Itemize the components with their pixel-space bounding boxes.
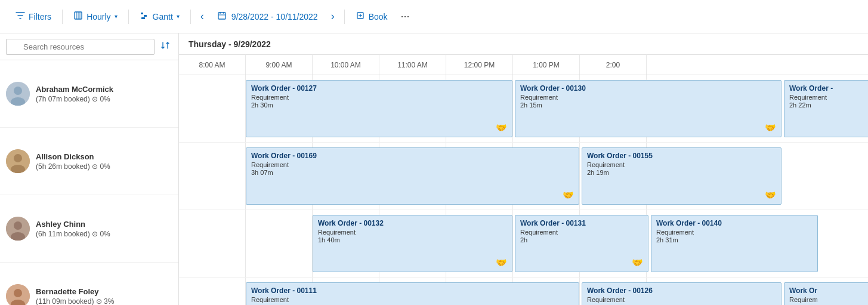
svg-rect-6 <box>141 17 145 19</box>
sort-button[interactable] <box>158 38 172 55</box>
gantt-cell <box>580 210 647 277</box>
gantt-cell <box>246 75 313 142</box>
resource-meta: (7h 07m booked) ⊙ 0% <box>36 95 113 103</box>
wo-sub: Requirem <box>789 296 868 303</box>
wo-title: Work Or <box>789 286 868 295</box>
more-icon: ··· <box>401 10 410 22</box>
wo-duration: 2h 31m <box>656 236 813 244</box>
avatar <box>6 149 30 173</box>
svg-point-17 <box>14 87 22 95</box>
main-area: Abraham McCormick (7h 07m booked) ⊙ 0% A… <box>0 33 868 305</box>
list-item: Allison Dickson (5h 26m booked) ⊙ 0% <box>0 128 178 195</box>
work-order-block[interactable]: Work Or Requirem 3h 31m <box>784 282 868 305</box>
wo-title: Work Order - 00140 <box>656 219 813 227</box>
gantt-cell <box>313 75 379 142</box>
resource-info: Bernadette Foley (11h 09m booked) ⊙ 3% <box>36 287 114 306</box>
work-order-block[interactable]: Work Order - Requirement 2h 22m <box>784 80 868 137</box>
gantt-panel: Thursday - 9/29/2022 8:00 AM 9:00 AM 10:… <box>179 33 868 305</box>
gantt-cell <box>513 210 580 277</box>
resource-panel: Abraham McCormick (7h 07m booked) ⊙ 0% A… <box>0 33 179 305</box>
resource-name: Abraham McCormick <box>36 85 113 94</box>
book-label: Book <box>369 12 388 21</box>
avatar <box>6 82 30 106</box>
svg-point-23 <box>14 221 22 230</box>
time-label-6: 2:00 <box>580 55 647 75</box>
list-item: Ashley Chinn (6h 11m booked) ⊙ 0% <box>0 195 178 263</box>
divider-2 <box>128 10 129 24</box>
divider-4 <box>344 10 345 24</box>
sort-icon <box>160 42 170 52</box>
gantt-cell <box>179 143 246 210</box>
gantt-cell <box>246 143 313 210</box>
hourly-label: Hourly <box>87 12 110 21</box>
date-range-text: 9/28/2022 - 10/11/2022 <box>231 12 318 21</box>
svg-point-20 <box>14 154 22 162</box>
book-icon <box>356 11 365 22</box>
resource-info: Allison Dickson (5h 26m booked) ⊙ 0% <box>36 152 110 171</box>
filters-button[interactable]: Filters <box>10 7 57 26</box>
svg-rect-7 <box>218 13 226 19</box>
resource-meta: (5h 26m booked) ⊙ 0% <box>36 162 110 171</box>
search-input[interactable] <box>6 39 155 55</box>
time-label-4: 12:00 PM <box>446 55 513 75</box>
resource-info: Abraham McCormick (7h 07m booked) ⊙ 0% <box>36 85 113 103</box>
gantt-header: Thursday - 9/29/2022 8:00 AM 9:00 AM 10:… <box>179 33 868 75</box>
date-range: 9/28/2022 - 10/11/2022 <box>210 7 325 26</box>
gantt-time-header: 8:00 AM 9:00 AM 10:00 AM 11:00 AM 12:00 … <box>179 55 868 75</box>
gantt-cell <box>379 210 446 277</box>
resource-list: Abraham McCormick (7h 07m booked) ⊙ 0% A… <box>0 60 178 305</box>
list-item: Bernadette Foley (11h 09m booked) ⊙ 3% <box>0 263 178 305</box>
gantt-date-text: Thursday - 9/29/2022 <box>189 39 271 49</box>
resource-name: Bernadette Foley <box>36 287 114 296</box>
gantt-cell <box>580 278 647 305</box>
gantt-cell <box>379 75 446 142</box>
wo-sub: Requirement <box>789 94 868 101</box>
gantt-cell <box>513 75 580 142</box>
gantt-chevron-icon: ▾ <box>177 13 180 20</box>
filters-label: Filters <box>29 12 51 21</box>
time-label-0: 8:00 AM <box>179 55 246 75</box>
gantt-cell <box>179 210 246 277</box>
gantt-cell <box>179 75 246 142</box>
date-navigation: ‹ 9/28/2022 - 10/11/2022 › <box>196 7 339 26</box>
svg-rect-5 <box>144 15 147 17</box>
wo-title: Work Order - <box>789 84 868 93</box>
hourly-icon <box>73 11 83 22</box>
search-bar <box>0 33 178 60</box>
resource-name: Ashley Chinn <box>36 220 110 229</box>
gantt-row: Work Order - 00111 Requirement 2h 37m 🤝 … <box>179 278 868 305</box>
gantt-date-header: Thursday - 9/29/2022 <box>179 33 868 55</box>
wo-sub: Requirement <box>656 229 813 236</box>
next-date-button[interactable]: › <box>326 8 339 25</box>
time-label-3: 11:00 AM <box>379 55 446 75</box>
calendar-icon <box>217 11 227 22</box>
resource-meta: (11h 09m booked) ⊙ 3% <box>36 297 114 306</box>
time-label-5: 1:00 PM <box>513 55 580 75</box>
gantt-cell <box>379 278 446 305</box>
hourly-chevron-icon: ▾ <box>115 13 118 20</box>
resource-info: Ashley Chinn (6h 11m booked) ⊙ 0% <box>36 220 110 238</box>
book-button[interactable]: Book <box>350 7 394 26</box>
gantt-row: Work Order - 00169 Requirement 3h 07m 🤝 … <box>179 143 868 210</box>
gantt-cell <box>179 278 246 305</box>
gantt-cell <box>313 278 379 305</box>
gantt-cell <box>246 278 313 305</box>
work-order-block[interactable]: Work Order - 00140 Requirement 2h 31m <box>651 215 818 272</box>
gantt-cell <box>513 278 580 305</box>
time-label-2: 10:00 AM <box>313 55 379 75</box>
gantt-row: Work Order - 00127 Requirement 2h 30m 🤝 … <box>179 75 868 143</box>
svg-point-26 <box>14 289 22 297</box>
hourly-button[interactable]: Hourly ▾ <box>67 7 123 26</box>
divider-3 <box>190 10 191 24</box>
prev-date-button[interactable]: ‹ <box>196 8 209 25</box>
gantt-cell <box>580 143 647 210</box>
search-wrapper <box>6 39 155 55</box>
divider-1 <box>62 10 63 24</box>
gantt-button[interactable]: Gantt ▾ <box>134 7 186 26</box>
more-button[interactable]: ··· <box>396 8 415 25</box>
gantt-row: Work Order - 00132 Requirement 1h 40m 🤝 … <box>179 210 868 278</box>
toolbar: Filters Hourly ▾ Gantt ▾ ‹ 9/28/2022 - 1… <box>0 0 868 33</box>
svg-rect-4 <box>141 13 143 14</box>
resource-name: Allison Dickson <box>36 152 110 161</box>
gantt-body: Work Order - 00127 Requirement 2h 30m 🤝 … <box>179 75 868 305</box>
